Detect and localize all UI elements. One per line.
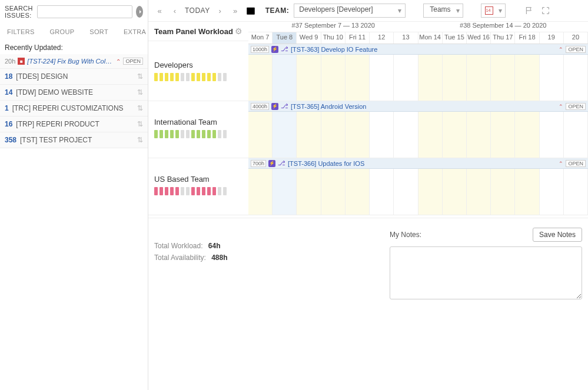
timeline-cell[interactable]: [297, 169, 321, 215]
timeline-cell[interactable]: [346, 55, 370, 101]
recent-issue-item[interactable]: 20h ■ [TST-224] Fix Bug With Colo… ⌃ OPE…: [0, 54, 148, 69]
project-count: 18: [5, 72, 12, 81]
timeline-cell[interactable]: [321, 55, 346, 101]
timeline-cell[interactable]: [515, 112, 539, 158]
today-button[interactable]: TODAY: [185, 6, 210, 15]
task-bar[interactable]: 700h ⚡ ⎇ [TST-366] Updates for IOS ⌃ OPE…: [248, 158, 588, 169]
day-header-cell[interactable]: 12: [370, 32, 394, 44]
timeline-cell[interactable]: [515, 55, 539, 101]
timeline-cell[interactable]: [273, 112, 297, 158]
sort-tab[interactable]: SORT: [89, 28, 108, 35]
timeline-cell[interactable]: [297, 55, 321, 101]
timeline-cell[interactable]: [248, 55, 273, 101]
day-header-cell[interactable]: Fri 11: [346, 32, 370, 44]
task-bar[interactable]: 1000h ⚡ ⎇ [TST-363] Develop IO Feature ⌃…: [248, 44, 588, 55]
timeline-cell[interactable]: [443, 112, 467, 158]
timeline-cell[interactable]: [491, 55, 515, 101]
timeline-cell[interactable]: [443, 169, 467, 215]
timeline-cell[interactable]: [346, 169, 370, 215]
day-header-cell[interactable]: 20: [564, 32, 588, 44]
timeline-cell[interactable]: [564, 55, 588, 101]
sort-handle-icon[interactable]: ⇅: [137, 88, 143, 96]
day-header-cell[interactable]: Tue 15: [443, 32, 467, 44]
fullscreen-icon[interactable]: [540, 5, 552, 16]
sort-handle-icon[interactable]: ⇅: [137, 72, 143, 81]
sort-handle-icon[interactable]: ⇅: [137, 120, 143, 128]
project-item[interactable]: 1 [TRC] REPERI CUSTOMIZATIONS ⇅: [0, 101, 148, 116]
notes-label: My Notes:: [390, 231, 421, 239]
timeline-cell[interactable]: [370, 169, 394, 215]
timeline-cell[interactable]: [418, 55, 443, 101]
day-header-cell[interactable]: Mon 14: [418, 32, 443, 44]
timeline-cell[interactable]: [394, 169, 418, 215]
teams-button[interactable]: Teams: [423, 4, 463, 18]
timeline-cell[interactable]: [273, 55, 297, 101]
sort-handle-icon[interactable]: ⇅: [137, 136, 143, 144]
timeline-cell[interactable]: [540, 112, 564, 158]
day-header-cell[interactable]: Thu 10: [321, 32, 346, 44]
timeline-cell[interactable]: [321, 112, 346, 158]
notes-textarea[interactable]: [390, 246, 582, 299]
workload-bar: [165, 73, 168, 81]
search-input[interactable]: [37, 5, 132, 18]
timeline-cell[interactable]: [467, 112, 491, 158]
timeline-cell[interactable]: [346, 112, 370, 158]
nav-prev-button[interactable]: ‹: [170, 5, 180, 16]
timeline-cell[interactable]: [491, 169, 515, 215]
flag-icon[interactable]: [523, 5, 535, 16]
day-header-cell[interactable]: Wed 16: [467, 32, 491, 44]
day-header-cell[interactable]: Mon 7: [248, 32, 273, 44]
task-bar[interactable]: 4000h ⚡ ⎇ [TST-365] Android Version ⌃ OP…: [248, 101, 588, 112]
timeline-cell[interactable]: [370, 55, 394, 101]
timeline-cell[interactable]: [394, 55, 418, 101]
day-header-cell[interactable]: Fri 18: [515, 32, 539, 44]
project-item[interactable]: 16 [TRP] REPERI PRODUCT ⇅: [0, 116, 148, 132]
timeline-cell[interactable]: [273, 169, 297, 215]
timeline-cell[interactable]: [248, 112, 273, 158]
project-item[interactable]: 18 [TDES] DESIGN ⇅: [0, 69, 148, 85]
timeline-cell[interactable]: [540, 55, 564, 101]
workload-bar: [186, 187, 190, 195]
day-header-cell[interactable]: 13: [394, 32, 418, 44]
nav-last-button[interactable]: »: [230, 5, 241, 16]
timeline-cell[interactable]: [564, 112, 588, 158]
day-header-cell[interactable]: Wed 9: [297, 32, 321, 44]
timeline-cell[interactable]: [418, 112, 443, 158]
day-header-cell[interactable]: Tue 8: [273, 32, 297, 44]
project-item[interactable]: 358 [TST] TEST PROJECT ⇅: [0, 132, 148, 148]
workload-bar: [186, 130, 190, 138]
calendar-icon[interactable]: [245, 5, 256, 16]
workload-bar: [212, 187, 216, 195]
timeline-cell[interactable]: [540, 169, 564, 215]
team-row: Developers 1000h ⚡ ⎇ [TST-363] Develop I…: [148, 44, 588, 101]
timeline-cell[interactable]: [297, 112, 321, 158]
timeline-cell[interactable]: [418, 169, 443, 215]
project-count: 16: [5, 120, 12, 128]
day-header-cell[interactable]: Thu 17: [491, 32, 515, 44]
workload-bar: [154, 187, 158, 195]
timeline-cell[interactable]: [515, 169, 539, 215]
timeline-cell[interactable]: [491, 112, 515, 158]
extra-tab[interactable]: EXTRA: [124, 28, 146, 35]
timeline-cell[interactable]: [443, 55, 467, 101]
nav-first-button[interactable]: «: [154, 5, 165, 16]
filters-tab[interactable]: FILTERS: [7, 28, 35, 35]
gear-icon[interactable]: ⚙: [235, 26, 242, 36]
save-notes-button[interactable]: Save Notes: [533, 228, 582, 242]
search-go-button[interactable]: [136, 6, 143, 18]
timeline-cell[interactable]: [564, 169, 588, 215]
day-header-cell[interactable]: 19: [540, 32, 564, 44]
timeline-cell[interactable]: [248, 169, 273, 215]
timeline-cell[interactable]: [370, 112, 394, 158]
group-tab[interactable]: GROUP: [50, 28, 75, 35]
timeline-cell[interactable]: [394, 112, 418, 158]
team-select[interactable]: Developers [Developer]: [294, 4, 406, 18]
nav-next-button[interactable]: ›: [215, 5, 225, 16]
project-item[interactable]: 14 [TDW] DEMO WEBSITE ⇅: [0, 85, 148, 101]
sort-handle-icon[interactable]: ⇅: [137, 104, 143, 112]
timeline-cell[interactable]: [467, 169, 491, 215]
view-mode-button[interactable]: [481, 4, 506, 18]
timeline-cell[interactable]: [321, 169, 346, 215]
timeline-cell[interactable]: [467, 55, 491, 101]
project-count: 1: [5, 104, 9, 112]
